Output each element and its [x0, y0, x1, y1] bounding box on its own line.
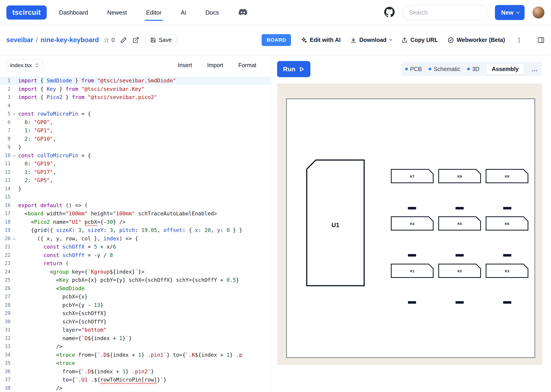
- fold-chevron-icon[interactable]: [10, 110, 18, 118]
- component-key-k9[interactable]: K9: [486, 169, 528, 183]
- more-menu-button[interactable]: [516, 37, 522, 43]
- component-diode[interactable]: [503, 207, 511, 210]
- code-line[interactable]: 30 schY={schOffY}: [0, 318, 271, 326]
- component-key-k8[interactable]: K8: [439, 169, 481, 183]
- menu-insert[interactable]: Insert: [178, 62, 192, 69]
- search-input[interactable]: [402, 5, 487, 20]
- code-line[interactable]: 14}: [0, 185, 271, 193]
- assembly-canvas[interactable]: U1 K7 K8 K9 K4: [277, 84, 542, 365]
- code-line[interactable]: 8 2: "GP10",: [0, 135, 271, 143]
- component-key-k2[interactable]: K2: [439, 264, 481, 278]
- tab-3d[interactable]: 3D: [467, 66, 479, 72]
- code-line[interactable]: 20 ({ x, y, row, col }, index) => {: [0, 234, 271, 243]
- menu-format[interactable]: Format: [238, 62, 256, 69]
- breadcrumb-user[interactable]: seveibar: [6, 36, 33, 44]
- new-button[interactable]: New: [495, 5, 525, 20]
- nav-editor[interactable]: Editor: [146, 9, 162, 16]
- component-diode[interactable]: [456, 254, 464, 257]
- code-line[interactable]: 1import { SmdDiode } from "@tsci/seveiba…: [0, 77, 271, 85]
- code-line[interactable]: 7 1: "GP1",: [0, 126, 271, 135]
- code-line[interactable]: 33 />: [0, 342, 271, 351]
- line-number: 21: [0, 243, 10, 251]
- gutter-spacer: [10, 251, 18, 259]
- rename-button[interactable]: [120, 37, 127, 43]
- code-line[interactable]: 22 const schOffY = -y / 8: [0, 251, 271, 259]
- code-line[interactable]: 10const colToMicroPin = {: [0, 151, 271, 160]
- code-line[interactable]: 35 <trace: [0, 359, 271, 367]
- component-key-k4[interactable]: K4: [391, 217, 433, 230]
- code-line[interactable]: 19 {grid({ sizeX: 3, sizeY: 3, pitch: 19…: [0, 226, 271, 234]
- edit-with-ai-button[interactable]: Edit with AI: [301, 37, 340, 43]
- component-key-k5[interactable]: K5: [439, 217, 481, 230]
- code-line[interactable]: 34 <trace from={`.D${index + 1} .pin1`} …: [0, 351, 271, 359]
- component-diode[interactable]: [408, 207, 416, 210]
- code-line[interactable]: 26 <SmdDiode: [0, 284, 271, 293]
- component-key-k6[interactable]: K6: [486, 217, 528, 230]
- code-line[interactable]: 4: [0, 102, 271, 110]
- component-diode[interactable]: [503, 301, 511, 304]
- code-line[interactable]: 17 <board width="100mm" height="100mm" s…: [0, 210, 271, 218]
- discord-icon[interactable]: [238, 7, 248, 18]
- fold-chevron-icon[interactable]: [10, 234, 18, 243]
- file-tab-selector[interactable]: index.tsx: [6, 59, 43, 71]
- component-u1[interactable]: U1: [307, 160, 364, 286]
- component-diode[interactable]: [503, 254, 511, 257]
- component-diode[interactable]: [456, 207, 464, 210]
- nav-docs[interactable]: Docs: [206, 9, 219, 16]
- pencil-icon: [120, 37, 127, 43]
- component-key-k3[interactable]: K3: [486, 264, 528, 278]
- breadcrumb-project[interactable]: nine-key-keyboard: [41, 36, 99, 44]
- code-line[interactable]: 27 pcbX={x}: [0, 293, 271, 301]
- copy-url-button[interactable]: Copy URL: [401, 37, 438, 43]
- code-line[interactable]: 13 2: "GP5",: [0, 176, 271, 185]
- board-button[interactable]: BOARD: [262, 34, 291, 46]
- menu-import[interactable]: Import: [207, 62, 223, 69]
- component-diode[interactable]: [408, 254, 416, 257]
- open-external-button[interactable]: [132, 37, 139, 43]
- code-line[interactable]: 31 layer="bottom": [0, 326, 271, 334]
- code-line[interactable]: 12 1: "GP17",: [0, 168, 271, 176]
- download-button[interactable]: Download: [350, 37, 392, 43]
- code-line[interactable]: 5const rowToMicroPin = {: [0, 110, 271, 118]
- tscircuit-logo[interactable]: tscircuit: [6, 6, 47, 20]
- code-line[interactable]: 3import { Pico2 } from "@tsci/seveibar.p…: [0, 93, 271, 102]
- panel-toggle-button[interactable]: [537, 36, 545, 44]
- star-button[interactable]: ☆ 0: [103, 36, 115, 43]
- code-line[interactable]: 37 to={`.U1 .${rowToMicroPin[row]}`}: [0, 376, 271, 384]
- code-line[interactable]: 29 schX={schOffX}: [0, 309, 271, 318]
- code-line[interactable]: 38 />: [0, 384, 271, 392]
- code-line[interactable]: 2import { Key } from "@tsci/seveibar.Key…: [0, 85, 271, 93]
- nav-dashboard[interactable]: Dashboard: [59, 9, 88, 16]
- tab-pcb[interactable]: PCB: [405, 66, 422, 72]
- code-line[interactable]: 16export default () => (: [0, 201, 271, 210]
- webworker-toggle[interactable]: Webworker (Beta): [448, 37, 505, 43]
- component-key-k7[interactable]: K7: [391, 169, 433, 183]
- code-line[interactable]: 24 <group key={`Kgroup${index}`}>: [0, 268, 271, 276]
- code-line[interactable]: 11 0: "GP19",: [0, 160, 271, 168]
- avatar[interactable]: [532, 6, 545, 19]
- tab-assembly[interactable]: Assembly: [486, 64, 524, 74]
- fold-chevron-icon[interactable]: [10, 151, 18, 160]
- code-line[interactable]: 21 const schOffX = 5 + x/6: [0, 243, 271, 251]
- save-button[interactable]: Save: [145, 34, 177, 46]
- github-icon[interactable]: [384, 7, 395, 18]
- component-diode[interactable]: [456, 301, 464, 304]
- code-editor[interactable]: 1import { SmdDiode } from "@tsci/seveiba…: [0, 76, 271, 392]
- run-button[interactable]: Run: [277, 61, 310, 77]
- assembly-svg: U1 K7 K8 K9 K4: [277, 84, 542, 365]
- tab-overflow-button[interactable]: …: [531, 65, 538, 73]
- code-line[interactable]: 9}: [0, 143, 271, 151]
- code-line[interactable]: 15: [0, 193, 271, 201]
- code-line[interactable]: 36 from={`.D${index + 1} .pin2`}: [0, 367, 271, 376]
- tab-schematic[interactable]: Schematic: [429, 66, 460, 72]
- nav-newest[interactable]: Newest: [107, 9, 127, 16]
- code-line[interactable]: 23 return (: [0, 259, 271, 268]
- component-key-k1[interactable]: K1: [391, 264, 433, 278]
- component-diode[interactable]: [408, 301, 416, 304]
- code-line[interactable]: 28 pcbY={y - 13}: [0, 301, 271, 309]
- nav-ai[interactable]: AI: [181, 9, 186, 16]
- code-line[interactable]: 25 <Key pcbX={x} pcbY={y} schX={schOffX}…: [0, 276, 271, 284]
- code-line[interactable]: 18 <Pico2 name="U1" pcbX={-30} />: [0, 218, 271, 226]
- code-line[interactable]: 6 0: "GP0",: [0, 118, 271, 126]
- code-line[interactable]: 32 name={`D${index + 1}`}: [0, 334, 271, 343]
